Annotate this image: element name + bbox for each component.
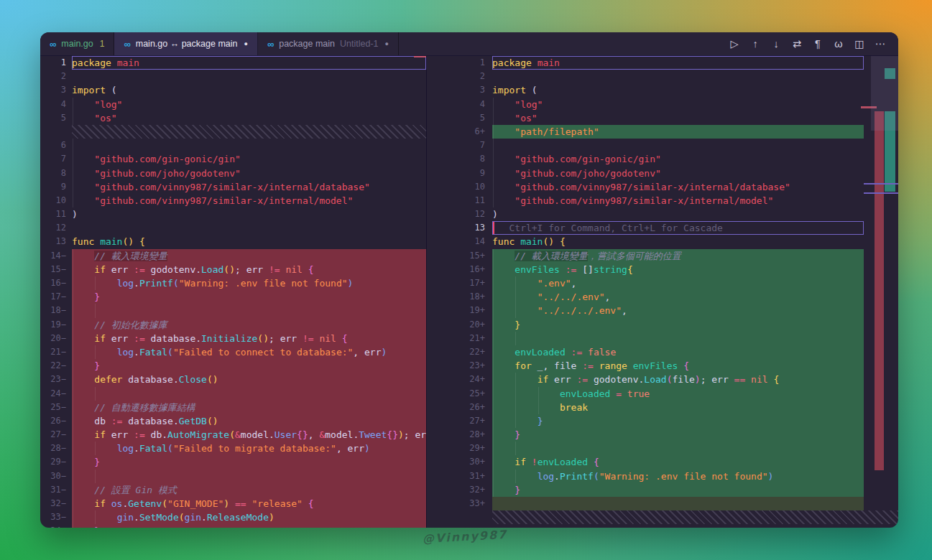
code-content: } xyxy=(72,524,426,528)
code-content: } xyxy=(492,414,864,428)
indent-guide xyxy=(493,276,494,290)
code-content: "../../../.env", xyxy=(492,304,864,317)
map-icon[interactable]: ω xyxy=(832,38,845,50)
indent-guide xyxy=(538,387,539,401)
line-number: 5 xyxy=(427,111,492,125)
previous-change-icon[interactable]: ↑ xyxy=(749,38,762,50)
split-editor-icon[interactable]: ◫ xyxy=(853,38,866,50)
indent-guide xyxy=(73,470,73,483)
more-actions-icon[interactable]: ⋯ xyxy=(874,38,887,50)
code-content: } xyxy=(492,483,864,497)
line-number: 20+ xyxy=(427,318,492,332)
line-number: 14− xyxy=(40,249,72,263)
swap-sides-icon[interactable]: ⇄ xyxy=(790,38,803,50)
code-line: 29+ xyxy=(427,442,898,455)
line-number: 32− xyxy=(40,497,72,510)
indent-guide xyxy=(73,98,73,111)
line-number: 27− xyxy=(40,428,72,442)
line-number: 2 xyxy=(40,70,72,83)
code-content: "log" xyxy=(72,98,426,111)
line-number: 34− xyxy=(40,524,72,528)
indent-guide xyxy=(493,332,494,345)
editor-toolbar: ▷↑↓⇄¶ω◫⋯ xyxy=(728,32,898,55)
indent-guide xyxy=(95,387,96,401)
indent-guide xyxy=(515,442,516,455)
indent-guide xyxy=(95,304,96,317)
code-content: log.Printf("Warning: .env file not found… xyxy=(72,276,426,290)
go-file-icon: ∞ xyxy=(50,39,56,50)
text-cursor xyxy=(493,222,494,234)
indent-guide xyxy=(493,401,494,414)
indent-guide xyxy=(73,373,73,386)
indent-guide xyxy=(493,373,494,386)
code-content: db := database.GetDB() xyxy=(72,414,426,428)
indent-guide xyxy=(73,359,73,373)
go-file-icon: ∞ xyxy=(124,39,130,50)
code-line: 27+ } xyxy=(427,414,898,428)
line-number: 12 xyxy=(40,221,72,235)
line-number: 14 xyxy=(427,235,492,248)
pane-divider[interactable] xyxy=(426,56,427,528)
code-content: import ( xyxy=(72,83,426,97)
indent-guide xyxy=(73,332,73,345)
code-content: break xyxy=(492,401,864,414)
line-number: 18− xyxy=(40,304,72,317)
code-line: 23− defer database.Close() xyxy=(40,373,426,386)
code-line: 28+ } xyxy=(427,428,898,442)
run-icon[interactable]: ▷ xyxy=(728,38,741,50)
line-number: 19+ xyxy=(427,304,492,317)
indent-guide xyxy=(95,276,96,290)
line-number: 21+ xyxy=(427,332,492,345)
dirty-indicator-icon: ● xyxy=(385,40,389,47)
code-line: 7 xyxy=(427,139,898,152)
indent-guide xyxy=(493,152,494,166)
code-line: 6+ "path/filepath" xyxy=(427,125,898,139)
scrollbar-slider[interactable] xyxy=(871,56,898,131)
indent-guide xyxy=(73,387,73,401)
code-content: "github.com/gin-gonic/gin" xyxy=(72,152,426,166)
indent-guide xyxy=(493,194,494,207)
indent-guide xyxy=(515,304,516,317)
dirty-indicator-icon: ● xyxy=(244,40,247,47)
tab-1[interactable]: ∞main.go1 xyxy=(40,32,114,55)
line-number: 6 xyxy=(40,139,72,152)
whitespace-icon[interactable]: ¶ xyxy=(811,38,824,50)
line-number: 23+ xyxy=(427,359,492,373)
code-content: if os.Getenv("GIN_MODE") == "release" { xyxy=(72,497,426,510)
indent-guide xyxy=(73,510,73,524)
code-content: import ( xyxy=(492,83,864,97)
line-number: 29− xyxy=(40,455,72,469)
line-number: 30+ xyxy=(427,455,492,469)
tab-label: main.go ↔ package main xyxy=(136,39,238,49)
code-line: 13 Ctrl+I for Command, Ctrl+L for Cascad… xyxy=(427,221,898,235)
code-content: "github.com/vinny987/similar-x/internal/… xyxy=(72,180,426,194)
code-line: 8 "github.com/gin-gonic/gin" xyxy=(427,152,898,166)
indent-guide xyxy=(73,290,73,304)
code-content: "log" xyxy=(492,98,864,111)
tab-bar: ∞main.go1∞main.go ↔ package main●∞packag… xyxy=(40,32,898,56)
code-line: 9 "github.com/vinny987/similar-x/interna… xyxy=(40,180,426,194)
code-line: 3import ( xyxy=(427,83,898,97)
code-line: 6 xyxy=(40,139,426,152)
indent-guide xyxy=(73,263,73,276)
tab-2[interactable]: ∞main.go ↔ package main● xyxy=(114,32,257,55)
code-line: 12) xyxy=(427,207,898,221)
next-change-icon[interactable]: ↓ xyxy=(770,38,783,50)
indent-guide xyxy=(73,483,73,497)
tab-3[interactable]: ∞package mainUntitled-1● xyxy=(258,32,399,55)
diff-filler-row xyxy=(427,510,898,524)
code-content: if err := godotenv.Load(file); err == ni… xyxy=(492,373,864,386)
line-number: 27+ xyxy=(427,414,492,428)
code-line: 24− xyxy=(40,387,426,401)
code-content: "../../.env", xyxy=(492,290,864,304)
tab-group: ∞main.go1∞main.go ↔ package main●∞packag… xyxy=(40,32,399,55)
line-number: 30− xyxy=(40,470,72,483)
line-number: 32+ xyxy=(427,483,492,497)
code-content: package main xyxy=(492,56,864,70)
code-content: } xyxy=(72,455,426,469)
code-line: 30− xyxy=(40,470,426,483)
line-number xyxy=(40,125,72,139)
code-line: 11) xyxy=(40,207,426,221)
indent-guide xyxy=(73,111,73,125)
code-line: 10 "github.com/vinny987/similar-x/intern… xyxy=(40,194,426,207)
